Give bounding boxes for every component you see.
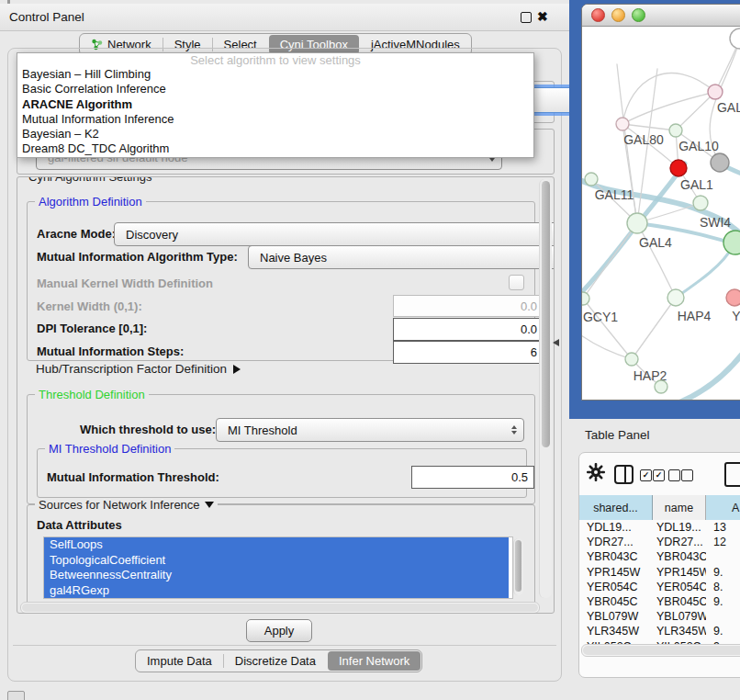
cell-name: YBL079W [653,610,706,623]
node-label: GAL80 [623,132,664,147]
tab-discretize-data[interactable]: Discretize Data [224,650,327,672]
cell-name: YPR145W [653,566,706,579]
hub-section-toggle[interactable]: Hub/Transcription Factor Definition [36,362,241,376]
table-header-row: shared...nameA [579,495,740,521]
mi-type-value: Naive Bayes [260,251,327,265]
network-node[interactable] [655,380,667,393]
table-row[interactable]: YER054CYER054C8. [579,580,740,594]
panel-title: Control Panel [9,10,84,24]
column-layout-icon[interactable] [614,465,633,484]
network-canvas[interactable]: GALGAL80GAL10GAL1GAL11SWI4GAL4GCY1HAP4YH… [582,28,740,400]
settings-horizontal-scrollbar[interactable] [20,602,540,614]
dpi-tolerance-field[interactable]: 0.0 [393,318,544,341]
manual-kernel-checkbox[interactable] [509,275,524,290]
tab-label: Infer Network [339,654,409,668]
checked-checkbox-icon[interactable]: ✓ [653,469,665,481]
attribute-item-betweennesscentrality[interactable]: BetweennessCentrality [44,568,509,583]
gear-icon[interactable] [586,462,606,482]
data-attributes-list: SelfLoopsTopologicalCoefficientBetweenne… [43,536,513,599]
dropdown-item-bayesian-k2[interactable]: Bayesian – K2 [17,127,533,141]
threshold-combo[interactable]: MI Threshold [216,418,524,442]
network-node-gal11[interactable] [585,173,598,186]
dropdown-item-aracne-algorithm[interactable]: ARACNE Algorithm [17,97,533,112]
sources-group-toggle[interactable]: Sources for Network Inference [35,498,218,512]
checked-checkbox-icon[interactable]: ✓ [640,469,652,481]
mi-steps-label: Mutual Information Steps: [37,344,184,358]
network-node[interactable] [711,153,729,172]
settings-vertical-scrollbar[interactable] [539,179,552,598]
table-row[interactable]: YLR345WYLR345W9. [579,624,740,638]
network-node-y[interactable] [726,289,740,306]
attributes-scrollbar[interactable] [513,538,523,595]
network-node[interactable] [693,196,708,210]
tab-impute-data[interactable]: Impute Data [136,650,223,672]
cell-shared-name: YBR045C [579,595,653,608]
column-header-a[interactable]: A [706,495,740,520]
dropdown-item-mutual-information-inference[interactable]: Mutual Information Inference [17,112,533,127]
dropdown-item-dream8-dc-tdc-algorithm[interactable]: Dream8 DC_TDC Algorithm [17,141,533,156]
close-traffic-light-icon[interactable] [591,8,605,22]
network-node-gal[interactable] [708,85,723,99]
network-node-gal1[interactable] [670,160,687,176]
chevron-down-icon [205,502,214,508]
network-node-gal4[interactable] [627,213,647,233]
network-node-gal80[interactable] [616,118,629,130]
cell-value: 9. [706,595,740,608]
mi-threshold-field[interactable]: 0.5 [411,466,534,489]
zoom-traffic-light-icon[interactable] [632,8,645,22]
node-label: GAL11 [595,187,634,202]
tab-label: Discretize Data [235,654,316,668]
float-icon[interactable] [521,12,532,23]
mi-type-combo[interactable]: Naive Bayes [248,245,555,269]
dropdown-item-bayesian-hill-climbing[interactable]: Bayesian – Hill Climbing [17,67,533,82]
app-root: Control Panel ✖ NetworkStyleSelectCyni T… [0,0,740,700]
attribute-item-topologicalcoefficient[interactable]: TopologicalCoefficient [44,553,509,569]
control-panel-titlebar [0,4,569,31]
mi-steps-field[interactable]: 6 [393,341,544,364]
apply-button[interactable]: Apply [246,619,312,642]
aracne-mode-value: Discovery [126,228,178,242]
table-row[interactable]: YDL19...YDL19...13 [579,520,740,535]
network-window-titlebar[interactable] [582,5,740,27]
table-row[interactable]: YDR27...YDR27...12 [579,535,740,549]
close-icon[interactable]: ✖ [537,9,548,24]
aracne-mode-combo[interactable]: Discovery [114,222,555,246]
network-node-hap2[interactable] [625,353,638,366]
mi-threshold-value: 0.5 [511,470,528,484]
column-header-shared[interactable]: shared... [579,495,653,520]
unchecked-checkbox-icon[interactable] [668,469,680,481]
attribute-item-gal4rgexp[interactable]: gal4RGexp [44,583,509,599]
cell-value: 13 [706,521,740,534]
network-node[interactable] [730,28,740,49]
mi-threshold-label: Mutual Information Threshold: [47,470,219,484]
network-node-gcy1[interactable] [582,292,589,305]
table-row[interactable]: YBR045CYBR045C9. [579,594,740,609]
table-horizontal-scrollbar[interactable] [581,644,740,657]
cell-name: YER054C [653,581,706,593]
algorithm-definition-title: Algorithm Definition [35,195,146,209]
document-icon[interactable] [724,462,740,487]
dropdown-item-basic-correlation-inference[interactable]: Basic Correlation Inference [17,82,533,96]
attribute-item-selfloops[interactable]: SelfLoops [44,537,509,553]
network-node-gal10[interactable] [669,124,682,137]
mouse-cursor [553,339,559,346]
table-row[interactable]: YBL079WYBL079W [579,609,740,624]
manual-kernel-label: Manual Kernel Width Definition [37,277,213,290]
cell-name: YBR043C [653,550,706,563]
network-node-hap4[interactable] [667,289,684,306]
kernel-width-field[interactable]: 0.0 [393,295,544,317]
cell-shared-name: YBR043C [579,550,653,563]
table-row[interactable]: YBR043CYBR043C [579,549,740,564]
cell-shared-name: YLR345W [579,625,653,638]
dpi-tolerance-label: DPI Tolerance [0,1]: [37,322,147,335]
table-row[interactable]: YPR145WYPR145W9. [579,565,740,580]
node-label: GAL [717,100,740,115]
unchecked-checkbox-icon[interactable] [681,469,693,481]
minimized-panel-icon[interactable] [7,691,25,700]
tab-infer-network[interactable]: Infer Network [328,651,420,671]
column-header-name[interactable]: name [653,495,706,520]
minimize-traffic-light-icon[interactable] [611,8,625,22]
network-node-swi4[interactable] [723,231,740,254]
mi-threshold-group-title: MI Threshold Definition [45,442,174,456]
dropdown-prompt: Select algorithm to view settings [17,53,533,67]
